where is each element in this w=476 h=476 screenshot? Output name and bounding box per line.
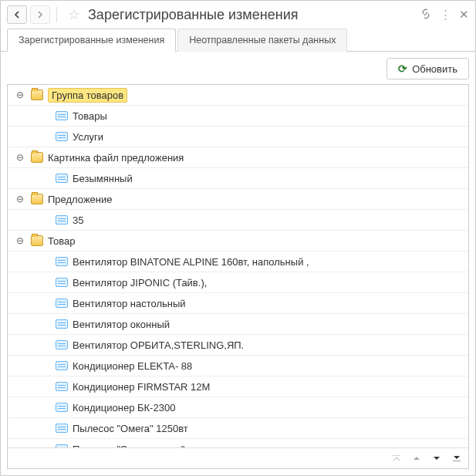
tree-item-label: Вентилятор оконный bbox=[73, 319, 468, 330]
tree-item-row[interactable]: Пылесос "Омега" 1250вт bbox=[8, 418, 468, 439]
item-icon bbox=[56, 111, 68, 120]
content: ⟳ Обновить ⊖Группа товаровТоварыУслуги⊖К… bbox=[1, 52, 475, 475]
tree-item-row[interactable]: Вентилятор JIPONIC (Тайв.), bbox=[8, 272, 468, 293]
tree-group-label: Картинка файл предложения bbox=[48, 152, 468, 164]
tab-label: Зарегистрированные изменения bbox=[19, 35, 164, 46]
toolbar: ⟳ Обновить bbox=[7, 58, 469, 79]
scroll-up-button[interactable] bbox=[407, 451, 426, 466]
tree-item-row[interactable]: Услуги bbox=[8, 127, 468, 147]
tree-item-row[interactable]: Вентилятор ОРБИТА,STERLING,ЯП. bbox=[8, 335, 468, 356]
collapse-icon[interactable]: ⊖ bbox=[14, 89, 26, 101]
expander-empty bbox=[39, 422, 51, 434]
tree-item-label: Кондиционер БК-2300 bbox=[73, 402, 468, 414]
item-icon bbox=[56, 257, 68, 266]
tree-container: ⊖Группа товаровТоварыУслуги⊖Картинка фай… bbox=[7, 84, 469, 469]
expander-empty bbox=[39, 130, 51, 143]
expander-empty bbox=[39, 276, 51, 289]
item-icon bbox=[56, 361, 68, 370]
expander-empty bbox=[39, 172, 51, 184]
tree-item-row[interactable]: Кондиционер БК-2300 bbox=[8, 397, 468, 418]
tree-item-label: Вентилятор настольный bbox=[73, 298, 468, 309]
folder-icon bbox=[31, 194, 43, 204]
collapse-icon[interactable]: ⊖ bbox=[14, 235, 26, 247]
tree-group-label: Предложение bbox=[48, 194, 468, 205]
forward-button[interactable] bbox=[30, 5, 50, 24]
tree-item-label: Товары bbox=[73, 110, 468, 122]
close-icon[interactable]: ✕ bbox=[459, 8, 469, 22]
refresh-icon: ⟳ bbox=[398, 62, 407, 75]
window: ☆ Зарегистрированные изменения ⋮ ✕ Зарег… bbox=[0, 0, 476, 476]
menu-icon[interactable]: ⋮ bbox=[440, 8, 451, 22]
item-icon bbox=[56, 132, 68, 141]
tree-item-label: Кондиционер FIRMSTAR 12M bbox=[73, 381, 468, 393]
tabs: Зарегистрированные изменения Неотправлен… bbox=[1, 29, 475, 52]
tree-item-row[interactable]: 35 bbox=[8, 210, 468, 231]
expander-empty bbox=[39, 318, 51, 330]
collapse-icon[interactable]: ⊖ bbox=[14, 193, 26, 205]
tree-item-row[interactable]: Вентилятор оконный bbox=[8, 314, 468, 335]
tree-item-label: Вентилятор JIPONIC (Тайв.), bbox=[73, 277, 468, 289]
tree-item-row[interactable]: Кондиционер FIRMSTAR 12M bbox=[8, 376, 468, 397]
tab-label: Неотправленные пакеты данных bbox=[189, 35, 336, 46]
tree-group-row[interactable]: ⊖Товар bbox=[8, 231, 468, 252]
tree-item-label: Вентилятор ОРБИТА,STERLING,ЯП. bbox=[73, 339, 468, 351]
tree-item-label: 35 bbox=[73, 214, 468, 226]
tree-item-label: Услуги bbox=[73, 131, 468, 143]
tree[interactable]: ⊖Группа товаровТоварыУслуги⊖Картинка фай… bbox=[8, 85, 468, 447]
tree-item-label: Пылесос "Омега" 1250вт bbox=[73, 423, 468, 434]
link-icon[interactable] bbox=[420, 8, 432, 22]
expander-empty bbox=[39, 297, 51, 309]
item-icon bbox=[56, 444, 68, 447]
item-icon bbox=[56, 278, 68, 287]
tab-unsent-packets[interactable]: Неотправленные пакеты данных bbox=[177, 29, 347, 52]
tree-item-label: Вентилятор BINATONE ALPINE 160вт, наполь… bbox=[73, 256, 468, 268]
expander-empty bbox=[39, 339, 51, 351]
item-icon bbox=[56, 340, 68, 349]
item-icon bbox=[56, 382, 68, 391]
folder-icon bbox=[31, 152, 43, 163]
tree-group-row[interactable]: ⊖Предложение bbox=[8, 189, 468, 210]
tree-item-row[interactable]: Вентилятор BINATONE ALPINE 160вт, наполь… bbox=[8, 252, 468, 272]
refresh-label: Обновить bbox=[412, 63, 457, 75]
item-icon bbox=[56, 424, 68, 433]
item-icon bbox=[56, 174, 68, 183]
tree-group-row[interactable]: ⊖Группа товаров bbox=[8, 85, 468, 106]
refresh-button[interactable]: ⟳ Обновить bbox=[387, 58, 469, 79]
expander-empty bbox=[39, 110, 51, 122]
expander-empty bbox=[39, 360, 51, 372]
tree-item-label: Кондиционер ELEKTA- 88 bbox=[73, 360, 468, 372]
tree-item-row[interactable]: Товары bbox=[8, 106, 468, 127]
item-icon bbox=[56, 215, 68, 224]
item-icon bbox=[56, 319, 68, 329]
tree-group-row[interactable]: ⊖Картинка файл предложения bbox=[8, 147, 468, 168]
expander-empty bbox=[39, 255, 51, 268]
folder-icon bbox=[31, 235, 43, 246]
tree-item-row[interactable]: Кондиционер ELEKTA- 88 bbox=[8, 356, 468, 376]
scroll-bottom-button[interactable] bbox=[447, 451, 466, 466]
expander-empty bbox=[39, 214, 51, 226]
tree-item-row[interactable]: Вентилятор настольный bbox=[8, 293, 468, 314]
expander-empty bbox=[39, 401, 51, 414]
tree-group-label: Товар bbox=[48, 235, 468, 247]
tree-footer bbox=[8, 447, 468, 468]
tree-item-row[interactable]: Безымянный bbox=[8, 168, 468, 189]
item-icon bbox=[56, 403, 68, 412]
tree-item-label: Безымянный bbox=[73, 173, 468, 184]
tree-item-row[interactable]: Пылесос "Электросила" bbox=[8, 439, 468, 447]
tree-group-label: Группа товаров bbox=[48, 88, 127, 103]
titlebar: ☆ Зарегистрированные изменения ⋮ ✕ bbox=[1, 1, 475, 29]
item-icon bbox=[56, 299, 68, 308]
expander-empty bbox=[39, 380, 51, 393]
back-button[interactable] bbox=[7, 5, 27, 24]
folder-icon bbox=[31, 89, 43, 100]
favorite-icon[interactable]: ☆ bbox=[68, 6, 80, 23]
collapse-icon[interactable]: ⊖ bbox=[14, 151, 26, 164]
window-title: Зарегистрированные изменения bbox=[88, 7, 417, 23]
separator bbox=[56, 7, 57, 22]
scroll-top-button[interactable] bbox=[387, 451, 406, 466]
scroll-down-button[interactable] bbox=[427, 451, 446, 466]
tab-registered-changes[interactable]: Зарегистрированные изменения bbox=[7, 29, 176, 52]
